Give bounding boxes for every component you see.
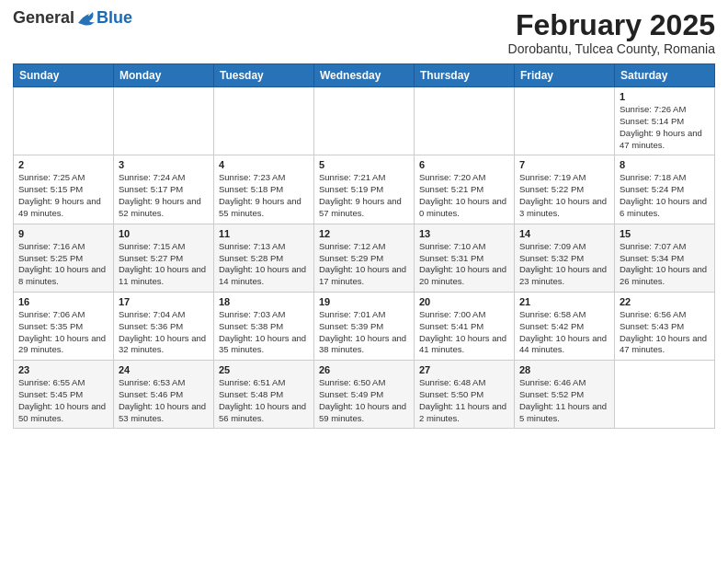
table-row (615, 361, 715, 429)
day-number: 1 (620, 91, 710, 102)
day-info: Sunrise: 7:18 AM Sunset: 5:24 PM Dayligh… (620, 172, 710, 219)
table-row: 15Sunrise: 7:07 AM Sunset: 5:34 PM Dayli… (615, 224, 715, 292)
day-info: Sunrise: 7:19 AM Sunset: 5:22 PM Dayligh… (519, 172, 609, 219)
day-number: 20 (419, 296, 509, 307)
day-number: 15 (620, 228, 710, 239)
page-title: February 2025 (508, 9, 715, 41)
table-row: 14Sunrise: 7:09 AM Sunset: 5:32 PM Dayli… (515, 224, 615, 292)
day-info: Sunrise: 7:21 AM Sunset: 5:19 PM Dayligh… (319, 172, 409, 219)
week-row-5: 23Sunrise: 6:55 AM Sunset: 5:45 PM Dayli… (14, 361, 715, 429)
day-info: Sunrise: 7:26 AM Sunset: 5:14 PM Dayligh… (620, 104, 710, 151)
day-info: Sunrise: 7:25 AM Sunset: 5:15 PM Dayligh… (18, 172, 108, 219)
table-row: 25Sunrise: 6:51 AM Sunset: 5:48 PM Dayli… (214, 361, 314, 429)
day-info: Sunrise: 6:58 AM Sunset: 5:42 PM Dayligh… (519, 309, 609, 356)
week-row-3: 9Sunrise: 7:16 AM Sunset: 5:25 PM Daylig… (14, 224, 715, 292)
table-row: 28Sunrise: 6:46 AM Sunset: 5:52 PM Dayli… (515, 361, 615, 429)
table-row: 5Sunrise: 7:21 AM Sunset: 5:19 PM Daylig… (314, 155, 415, 224)
table-row (314, 87, 415, 155)
day-info: Sunrise: 6:56 AM Sunset: 5:43 PM Dayligh… (620, 309, 710, 356)
table-row: 24Sunrise: 6:53 AM Sunset: 5:46 PM Dayli… (114, 361, 214, 429)
day-info: Sunrise: 7:12 AM Sunset: 5:29 PM Dayligh… (319, 241, 409, 288)
day-number: 6 (419, 159, 509, 170)
day-info: Sunrise: 6:50 AM Sunset: 5:49 PM Dayligh… (319, 377, 409, 424)
table-row: 7Sunrise: 7:19 AM Sunset: 5:22 PM Daylig… (515, 155, 615, 224)
table-row (14, 87, 114, 155)
day-info: Sunrise: 6:55 AM Sunset: 5:45 PM Dayligh… (18, 377, 108, 424)
day-info: Sunrise: 7:07 AM Sunset: 5:34 PM Dayligh… (620, 241, 710, 288)
day-number: 5 (319, 159, 409, 170)
table-row: 20Sunrise: 7:00 AM Sunset: 5:41 PM Dayli… (415, 292, 515, 360)
week-row-1: 1Sunrise: 7:26 AM Sunset: 5:14 PM Daylig… (14, 87, 715, 155)
calendar-header-row: Sunday Monday Tuesday Wednesday Thursday… (14, 64, 715, 87)
day-number: 22 (620, 296, 710, 307)
day-info: Sunrise: 7:16 AM Sunset: 5:25 PM Dayligh… (18, 241, 108, 288)
col-saturday: Saturday (615, 64, 715, 87)
table-row: 16Sunrise: 7:06 AM Sunset: 5:35 PM Dayli… (14, 292, 114, 360)
table-row: 19Sunrise: 7:01 AM Sunset: 5:39 PM Dayli… (314, 292, 415, 360)
header: General Blue February 2025 Dorobantu, Tu… (13, 9, 715, 56)
day-info: Sunrise: 6:48 AM Sunset: 5:50 PM Dayligh… (419, 377, 509, 424)
col-tuesday: Tuesday (214, 64, 314, 87)
table-row: 1Sunrise: 7:26 AM Sunset: 5:14 PM Daylig… (615, 87, 715, 155)
table-row: 9Sunrise: 7:16 AM Sunset: 5:25 PM Daylig… (14, 224, 114, 292)
table-row (214, 87, 314, 155)
day-number: 14 (519, 228, 609, 239)
table-row: 17Sunrise: 7:04 AM Sunset: 5:36 PM Dayli… (114, 292, 214, 360)
table-row: 10Sunrise: 7:15 AM Sunset: 5:27 PM Dayli… (114, 224, 214, 292)
day-number: 7 (519, 159, 609, 170)
table-row: 3Sunrise: 7:24 AM Sunset: 5:17 PM Daylig… (114, 155, 214, 224)
day-info: Sunrise: 6:53 AM Sunset: 5:46 PM Dayligh… (119, 377, 209, 424)
day-info: Sunrise: 7:13 AM Sunset: 5:28 PM Dayligh… (219, 241, 309, 288)
table-row: 11Sunrise: 7:13 AM Sunset: 5:28 PM Dayli… (214, 224, 314, 292)
page: General Blue February 2025 Dorobantu, Tu… (0, 0, 728, 563)
week-row-4: 16Sunrise: 7:06 AM Sunset: 5:35 PM Dayli… (14, 292, 715, 360)
table-row (515, 87, 615, 155)
day-info: Sunrise: 7:15 AM Sunset: 5:27 PM Dayligh… (119, 241, 209, 288)
table-row: 27Sunrise: 6:48 AM Sunset: 5:50 PM Dayli… (415, 361, 515, 429)
table-row: 12Sunrise: 7:12 AM Sunset: 5:29 PM Dayli… (314, 224, 415, 292)
table-row: 26Sunrise: 6:50 AM Sunset: 5:49 PM Dayli… (314, 361, 415, 429)
day-number: 25 (219, 364, 309, 375)
col-sunday: Sunday (14, 64, 114, 87)
table-row (114, 87, 214, 155)
day-info: Sunrise: 7:24 AM Sunset: 5:17 PM Dayligh… (119, 172, 209, 219)
day-number: 17 (119, 296, 209, 307)
day-number: 8 (620, 159, 710, 170)
day-number: 23 (18, 364, 108, 375)
day-info: Sunrise: 7:06 AM Sunset: 5:35 PM Dayligh… (18, 309, 108, 356)
day-number: 26 (319, 364, 409, 375)
table-row: 2Sunrise: 7:25 AM Sunset: 5:15 PM Daylig… (14, 155, 114, 224)
col-monday: Monday (114, 64, 214, 87)
logo-blue-text: Blue (97, 9, 132, 28)
day-info: Sunrise: 7:00 AM Sunset: 5:41 PM Dayligh… (419, 309, 509, 356)
day-number: 4 (219, 159, 309, 170)
table-row: 22Sunrise: 6:56 AM Sunset: 5:43 PM Dayli… (615, 292, 715, 360)
day-number: 10 (119, 228, 209, 239)
day-number: 24 (119, 364, 209, 375)
day-number: 2 (18, 159, 108, 170)
logo: General Blue (13, 9, 132, 28)
day-info: Sunrise: 7:09 AM Sunset: 5:32 PM Dayligh… (519, 241, 609, 288)
day-number: 9 (18, 228, 108, 239)
day-info: Sunrise: 7:04 AM Sunset: 5:36 PM Dayligh… (119, 309, 209, 356)
calendar-table: Sunday Monday Tuesday Wednesday Thursday… (13, 63, 715, 429)
table-row: 6Sunrise: 7:20 AM Sunset: 5:21 PM Daylig… (415, 155, 515, 224)
col-thursday: Thursday (415, 64, 515, 87)
table-row: 13Sunrise: 7:10 AM Sunset: 5:31 PM Dayli… (415, 224, 515, 292)
day-info: Sunrise: 7:01 AM Sunset: 5:39 PM Dayligh… (319, 309, 409, 356)
table-row: 21Sunrise: 6:58 AM Sunset: 5:42 PM Dayli… (515, 292, 615, 360)
day-info: Sunrise: 7:23 AM Sunset: 5:18 PM Dayligh… (219, 172, 309, 219)
table-row (415, 87, 515, 155)
table-row: 23Sunrise: 6:55 AM Sunset: 5:45 PM Dayli… (14, 361, 114, 429)
table-row: 8Sunrise: 7:18 AM Sunset: 5:24 PM Daylig… (615, 155, 715, 224)
day-number: 11 (219, 228, 309, 239)
logo-bird-icon (76, 10, 97, 27)
day-info: Sunrise: 6:51 AM Sunset: 5:48 PM Dayligh… (219, 377, 309, 424)
day-number: 21 (519, 296, 609, 307)
table-row: 18Sunrise: 7:03 AM Sunset: 5:38 PM Dayli… (214, 292, 314, 360)
day-info: Sunrise: 7:10 AM Sunset: 5:31 PM Dayligh… (419, 241, 509, 288)
page-subtitle: Dorobantu, Tulcea County, Romania (508, 41, 715, 56)
logo-general-text: General (13, 9, 74, 28)
day-info: Sunrise: 6:46 AM Sunset: 5:52 PM Dayligh… (519, 377, 609, 424)
day-number: 18 (219, 296, 309, 307)
